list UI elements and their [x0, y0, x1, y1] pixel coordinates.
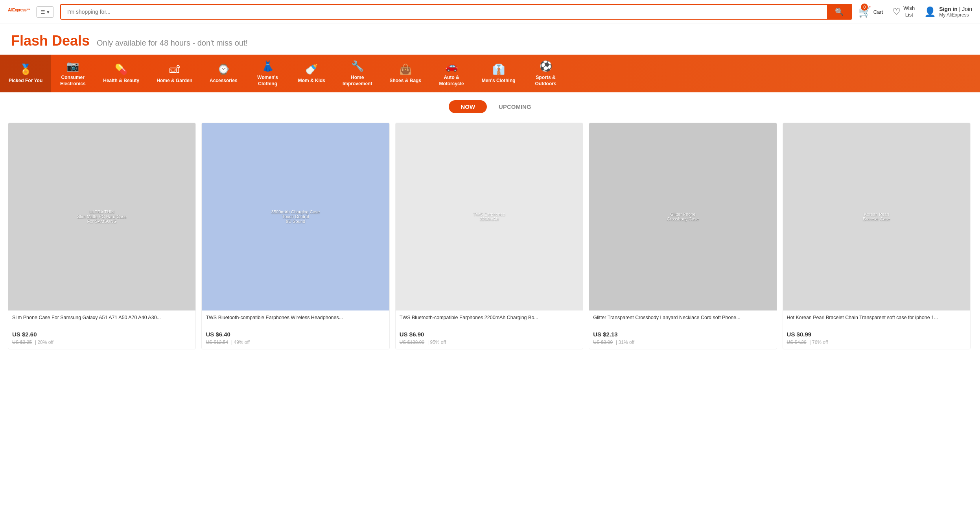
heart-icon: ♡ [892, 6, 901, 17]
cat-label-picked: Picked For You [9, 78, 42, 84]
cat-icon-sports: ⚽ [540, 60, 552, 72]
cat-icon-consumer: 📷 [66, 60, 79, 72]
product-image-placeholder: Glitter Phone Crossbody Case [589, 123, 776, 310]
product-discount: | 49% off [231, 340, 250, 345]
product-price: US $2.60 [12, 331, 192, 338]
wishlist-line1: Wish [903, 5, 915, 12]
product-card[interactable]: 3500mAh Charging Case Touch Control 9D S… [201, 123, 389, 349]
product-original-price: US $3.25 [12, 340, 32, 345]
product-info: TWS Bluetooth-compatible Earphones 2200m… [396, 310, 583, 349]
category-item-home[interactable]: 🛋 Home & Garden [148, 55, 201, 92]
product-info: TWS Bluetooth-compatible Earphones Wirel… [202, 310, 389, 349]
cat-icon-momkids: 🍼 [305, 63, 318, 75]
product-original-price: US $12.54 [206, 340, 228, 345]
product-price: US $6.90 [400, 331, 579, 338]
product-original-price: US $4.29 [787, 340, 807, 345]
search-input[interactable] [61, 5, 827, 19]
flash-deals-banner: Flash Deals Only available for 48 hours … [0, 24, 980, 55]
product-info: Hot Korean Pearl Bracelet Chain Transpar… [783, 310, 970, 349]
cat-label-home: Home & Garden [157, 78, 192, 84]
product-card[interactable]: Glitter Phone Crossbody Case Glitter Tra… [589, 123, 777, 349]
cat-icon-mens: 👔 [492, 63, 505, 75]
cat-label-womens: Women'sClothing [257, 75, 278, 87]
category-item-momkids[interactable]: 🍼 Mom & Kids [289, 55, 334, 92]
tabs-row: NOW UPCOMING [0, 92, 980, 117]
category-item-mens[interactable]: 👔 Men's Clothing [473, 55, 524, 92]
product-card[interactable]: TWS Earphones 2200mAh TWS Bluetooth-comp… [395, 123, 583, 349]
product-discount: | 31% off [616, 340, 634, 345]
cat-label-health: Health & Beauty [103, 78, 139, 84]
product-price: US $2.13 [593, 331, 772, 338]
product-image: TWS Earphones 2200mAh [396, 123, 583, 310]
tab-upcoming[interactable]: UPCOMING [499, 103, 531, 110]
product-price: US $0.99 [787, 331, 966, 338]
cat-icon-shoes: 👜 [399, 63, 412, 75]
search-bar: 🔍 [60, 4, 852, 20]
category-nav: 🏅 Picked For You 📷 ConsumerElectronics 💊… [0, 55, 980, 92]
cat-label-consumer: ConsumerElectronics [60, 75, 86, 87]
category-item-sports[interactable]: ⚽ Sports &Outdoors [524, 55, 567, 92]
cat-label-accessories: Accessories [210, 78, 238, 84]
search-button[interactable]: 🔍 [827, 5, 851, 19]
category-item-shoes[interactable]: 👜 Shoes & Bags [381, 55, 430, 92]
cat-label-sports: Sports &Outdoors [535, 75, 556, 87]
cart-badge: 0 [861, 4, 868, 11]
product-image-placeholder: Korean Pearl Bracelet Case [783, 123, 970, 310]
product-discount: | 95% off [427, 340, 446, 345]
cat-icon-home: 🛋 [169, 63, 180, 75]
header: AliExpress™ ☰ ▾ 🔍 🛒 0 Cart ♡ Wish List [0, 0, 980, 24]
category-item-picked[interactable]: 🏅 Picked For You [0, 55, 51, 92]
product-name: TWS Bluetooth-compatible Earphones Wirel… [206, 314, 385, 329]
tab-now[interactable]: NOW [449, 100, 487, 113]
wishlist-line2: List [903, 12, 915, 18]
product-discount: | 76% off [810, 340, 828, 345]
search-icon: 🔍 [835, 8, 844, 16]
product-image-placeholder: ULTRA THIN Slim Matte PC Hard Case For S… [8, 123, 195, 310]
category-item-accessories[interactable]: ⌚ Accessories [201, 55, 246, 92]
product-name: Hot Korean Pearl Bracelet Chain Transpar… [787, 314, 966, 329]
cat-label-mens: Men's Clothing [482, 78, 516, 84]
wishlist-area[interactable]: ♡ Wish List [892, 5, 915, 18]
category-item-womens[interactable]: 👗 Women'sClothing [246, 55, 289, 92]
product-card[interactable]: ULTRA THIN Slim Matte PC Hard Case For S… [8, 123, 196, 349]
product-name: Slim Phone Case For Samsung Galaxy A51 A… [12, 314, 192, 329]
product-image-placeholder: TWS Earphones 2200mAh [396, 123, 583, 310]
signin-label: Sign in | Join [939, 6, 972, 12]
account-icon: 👤 [924, 6, 936, 17]
cart-area[interactable]: 🛒 0 Cart [858, 6, 883, 18]
product-discount: | 20% off [35, 340, 53, 345]
cat-icon-womens: 👗 [262, 60, 274, 72]
cat-icon-accessories: ⌚ [217, 63, 230, 75]
product-name: TWS Bluetooth-compatible Earphones 2200m… [400, 314, 579, 329]
product-name: Glitter Transparent Crossbody Lanyard Ne… [593, 314, 772, 329]
cat-label-auto: Auto &Motorcycle [439, 75, 464, 87]
category-item-health[interactable]: 💊 Health & Beauty [94, 55, 148, 92]
category-item-consumer[interactable]: 📷 ConsumerElectronics [51, 55, 94, 92]
menu-button[interactable]: ☰ ▾ [36, 6, 54, 18]
flash-deals-subtitle: Only available for 48 hours - don't miss… [97, 39, 248, 47]
product-info: Glitter Transparent Crossbody Lanyard Ne… [589, 310, 776, 349]
cat-icon-home_imp: 🔧 [351, 60, 364, 72]
cat-label-home_imp: HomeImprovement [343, 75, 372, 87]
product-grid: ULTRA THIN Slim Matte PC Hard Case For S… [0, 117, 980, 357]
cat-icon-auto: 🚗 [445, 60, 458, 72]
product-original-price: US $3.09 [593, 340, 613, 345]
category-item-auto[interactable]: 🚗 Auto &Motorcycle [430, 55, 473, 92]
product-image: 3500mAh Charging Case Touch Control 9D S… [202, 123, 389, 310]
cat-label-momkids: Mom & Kids [298, 78, 325, 84]
product-price: US $6.40 [206, 331, 385, 338]
my-aliexpress-label: My AliExpress [939, 12, 972, 18]
cart-label: Cart [873, 9, 883, 15]
cat-icon-health: 💊 [115, 63, 127, 75]
product-info: Slim Phone Case For Samsung Galaxy A51 A… [8, 310, 195, 349]
cat-icon-picked: 🏅 [19, 63, 32, 75]
cat-label-shoes: Shoes & Bags [389, 78, 421, 84]
flash-deals-title: Flash Deals [11, 33, 90, 49]
hamburger-icon: ☰ [41, 9, 45, 15]
logo[interactable]: AliExpress™ [8, 6, 30, 18]
category-item-home_imp[interactable]: 🔧 HomeImprovement [334, 55, 381, 92]
header-actions: 🛒 0 Cart ♡ Wish List 👤 Sign in | Join My… [858, 5, 972, 18]
product-image: Korean Pearl Bracelet Case [783, 123, 970, 310]
account-area[interactable]: 👤 Sign in | Join My AliExpress [924, 6, 972, 18]
product-card[interactable]: Korean Pearl Bracelet Case Hot Korean Pe… [783, 123, 971, 349]
